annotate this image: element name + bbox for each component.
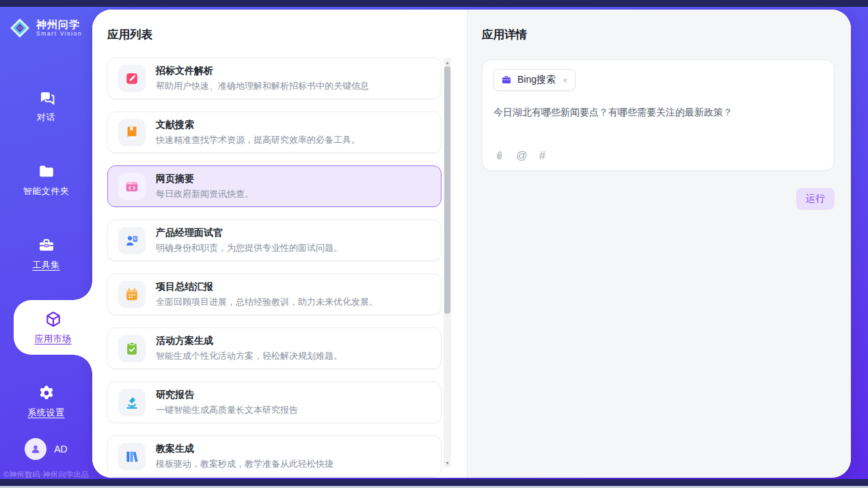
sidebar-nav: 对话 智能文件夹 工具集 应用市场 系统设置 — [0, 79, 92, 429]
clipboard-check-icon — [118, 335, 146, 362]
pen-square-icon — [118, 65, 146, 92]
scroll-down-icon[interactable]: ▼ — [444, 459, 451, 467]
query-input[interactable]: 今日湖北有哪些新闻要点？有哪些需要关注的最新政策？ — [493, 105, 823, 120]
gear-icon — [38, 384, 55, 402]
app-card-3[interactable]: 网页摘要 每日政府新闻资讯快查。 — [107, 165, 442, 207]
app-card-7[interactable]: 研究报告 一键智能生成高质量长文本研究报告 — [107, 381, 442, 423]
user-account[interactable]: AD — [0, 438, 92, 460]
scrollbar-thumb[interactable] — [444, 66, 450, 314]
prompt-editor-card: Bing搜索 × 今日湖北有哪些新闻要点？有哪些需要关注的最新政策？ @ # — [482, 59, 835, 171]
user-name: AD — [54, 444, 67, 455]
sidebar-item-3[interactable]: 工具集 — [0, 226, 92, 281]
diamond-logo-icon — [9, 17, 31, 39]
tool-chip-label: Bing搜索 — [517, 74, 556, 86]
book-icon — [118, 119, 146, 146]
sidebar-item-1[interactable]: 对话 — [0, 79, 92, 133]
toolbox-icon — [38, 236, 55, 254]
editor-toolbar: @ # — [494, 150, 545, 161]
scroll-up-icon[interactable]: ▲ — [444, 58, 451, 66]
avatar — [25, 438, 46, 460]
close-icon[interactable]: × — [562, 76, 568, 85]
mention-icon[interactable]: @ — [516, 150, 528, 161]
brand-subtitle: Smart Vision — [36, 31, 82, 38]
calendar-icon — [118, 281, 146, 308]
app-card-2[interactable]: 文献搜索 快速精准查找学术资源，提高研究效率的必备工具。 — [107, 111, 442, 153]
folder-icon — [38, 163, 55, 180]
brand-name: 神州问学 — [36, 18, 82, 30]
sidebar: 神州问学 Smart Vision 对话 智能文件夹 工具集 应用市场 系统设置… — [0, 7, 92, 479]
app-card-6[interactable]: 活动方案生成 智能生成个性化活动方案，轻松解决规划难题。 — [107, 327, 442, 369]
app-list-title: 应用列表 — [107, 27, 467, 42]
sidebar-item-2[interactable]: 智能文件夹 — [0, 152, 92, 207]
books-icon — [118, 443, 146, 470]
app-detail-title: 应用详情 — [482, 27, 835, 42]
webpage-icon — [118, 173, 146, 200]
person-icon — [29, 443, 42, 455]
sidebar-item-4[interactable]: 应用市场 — [14, 300, 92, 355]
bottom-window-strip — [0, 479, 868, 488]
copyright-text: ©神州数码·神州问学出品 — [3, 470, 92, 480]
app-card-1[interactable]: 招标文件解析 帮助用户快速、准确地理解和解析招标书中的关键信息 — [107, 57, 442, 99]
app-card-4[interactable]: 产品经理面试官 明确身份和职责，为您提供专业性的面试问题。 — [107, 219, 442, 261]
tool-chip-bing-search[interactable]: Bing搜索 × — [493, 69, 575, 91]
top-window-strip — [0, 0, 868, 7]
briefcase-icon — [501, 74, 512, 85]
sidebar-item-5[interactable]: 系统设置 — [0, 374, 92, 429]
run-button[interactable]: 运行 — [796, 188, 835, 210]
hash-icon[interactable]: # — [539, 150, 545, 161]
app-card-8[interactable]: 教案生成 模板驱动，教案秒成，教学准备从此轻松快捷 — [107, 435, 442, 477]
chat-icon — [38, 89, 55, 107]
brand-logo: 神州问学 Smart Vision — [0, 7, 92, 42]
app-root: 神州问学 Smart Vision 对话 智能文件夹 工具集 应用市场 系统设置… — [0, 0, 868, 488]
app-detail-panel: 应用详情 Bing搜索 × 今日湖北有哪些新闻要点？有哪些需要关注的最新政策？ — [467, 10, 851, 478]
attachment-icon[interactable] — [494, 150, 504, 161]
research-icon — [118, 389, 146, 416]
main-container: 应用列表 招标文件解析 帮助用户快速、准确地理解和解析招标书中的关键信息 文献搜… — [92, 10, 851, 478]
interviewer-icon — [118, 227, 146, 254]
app-card-5[interactable]: 项目总结汇报 全面回顾项目进展，总结经验教训，助力未来优化发展。 — [107, 273, 442, 315]
list-scrollbar[interactable]: ▲ ▼ — [444, 57, 451, 467]
cube-icon — [44, 310, 62, 328]
app-card-list: 招标文件解析 帮助用户快速、准确地理解和解析招标书中的关键信息 文献搜索 快速精… — [107, 57, 442, 478]
app-list-panel: 应用列表 招标文件解析 帮助用户快速、准确地理解和解析招标书中的关键信息 文献搜… — [92, 10, 467, 478]
